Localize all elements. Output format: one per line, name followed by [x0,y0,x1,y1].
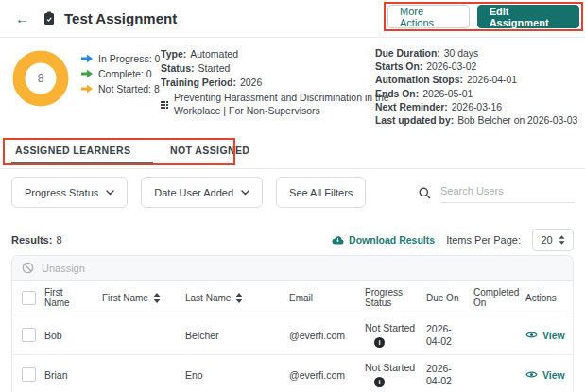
table-row: Bob Belcher @everfi.com Not Started i 20… [12,315,573,354]
search-users-input[interactable] [440,182,575,203]
detail-ends-on: Ends On:2026-05-01 [375,88,577,101]
download-results-link[interactable]: Download Results [332,234,435,246]
cell-due-on: 2026- 04-02 [426,323,466,348]
row-checkbox[interactable] [22,367,36,382]
tab-assigned-learners[interactable]: ASSIGNED LEARNERS [15,145,130,156]
legend-item-complete: Complete: 0 [81,68,160,79]
column-header-progress-status: Progress Status [365,287,408,309]
items-per-page-label: Items Per Page: [446,234,521,246]
cell-progress-status: Not Started i [365,362,426,387]
table-header-row: First Name First Name Last Name Email Pr… [12,281,573,315]
detail-training-period: Training Period:2026 [161,76,262,90]
edit-assignment-button[interactable]: Edit Assignment [477,5,579,28]
results-bar: Results: 8 Download Results Items Per Pa… [11,229,574,251]
more-actions-button[interactable]: More Actions [387,5,470,28]
legend-label: In Progress: 0 [98,53,160,64]
items-per-page-select[interactable]: 20 [532,229,574,251]
donut-total-label: 8 [38,72,44,85]
cell-due-on: 2026- 04-02 [426,363,466,387]
view-link[interactable]: View [525,369,565,381]
column-header-first-name: First Name [102,293,148,303]
table-body: Bob Belcher @everfi.com Not Started i 20… [12,315,573,392]
assignment-clipboard-icon [43,11,55,26]
sort-icon[interactable] [153,293,161,303]
filter-bar: Progress Status Date User Added See All … [11,177,366,208]
legend-label: Not Started: 8 [98,83,160,94]
table-row: Brian Eno @everfi.com Not Started i 2026… [12,354,573,392]
course-row: Preventing Harassment and Discrimination… [161,92,392,117]
detail-last-updated: Last updated by:Bob Belcher on 2026-03-0… [375,114,577,128]
stepper-icon [559,235,565,245]
back-arrow-icon[interactable]: ← [15,10,29,26]
arrow-icon [81,69,93,78]
learners-tab-bar: ASSIGNED LEARNERS NOT ASSIGNED [0,137,585,169]
chevron-down-icon [241,190,249,196]
tab-not-assigned[interactable]: NOT ASSIGNED [170,145,249,156]
cell-last-name: Belcher [185,330,289,341]
cell-email: @everfi.com [289,330,365,341]
column-header-completed-on: Completed On [473,287,517,309]
results-count: 8 [56,234,61,246]
column-header-due-on: Due On [426,293,458,303]
view-link[interactable]: View [525,330,565,341]
search-users [419,182,575,203]
arrow-icon [81,84,93,94]
legend-item-not-started: Not Started: 8 [81,83,160,94]
select-all-checkbox[interactable] [22,291,36,305]
sort-icon[interactable] [235,293,243,303]
column-header-actions: Actions [525,293,557,303]
progress-legend: In Progress: 0 Complete: 0 Not Started: … [81,53,160,94]
assigned-learners-table: Unassign First Name First Name Last Name… [11,255,574,392]
date-user-added-filter[interactable]: Date User Added [141,177,263,208]
progress-donut-chart: 8 [11,49,70,108]
detail-automation-stops: Automation Stops:2026-04-01 [375,74,577,87]
legend-label: Complete: 0 [98,68,152,79]
cell-email: @everfi.com [289,369,365,381]
search-icon [419,187,431,199]
cell-first-name: Brian [44,369,68,381]
legend-item-in-progress: In Progress: 0 [81,53,160,64]
unassign-button[interactable]: Unassign [42,263,85,274]
assignment-detail-page: ← Test Assignment More Actions Edit Assi… [0,0,585,392]
assignment-details-right: Due Duration:30 days Starts On:2026-03-0… [375,47,577,128]
assignment-details-left: Type:Automated Status:Started Training P… [161,47,262,90]
eye-icon [525,331,538,339]
cell-progress-status: Not Started i [365,322,426,348]
chevron-down-icon [106,190,114,196]
column-header-first-name-fixed: First Name [44,287,88,309]
course-grid-icon [161,101,168,109]
cloud-download-icon [332,235,344,246]
row-checkbox[interactable] [22,328,36,342]
info-icon[interactable]: i [374,337,385,348]
course-name: Preventing Harassment and Discrimination… [174,92,392,117]
cell-first-name: Bob [44,330,62,341]
page-title: Test Assignment [64,10,177,26]
column-header-last-name: Last Name [185,293,231,303]
arrow-icon [81,54,93,63]
header-actions: More Actions Edit Assignment [384,2,583,31]
detail-type: Type:Automated [161,47,262,61]
detail-due-duration: Due Duration:30 days [375,47,577,60]
progress-status-filter[interactable]: Progress Status [11,177,128,208]
ban-icon [22,262,34,274]
info-icon[interactable]: i [374,377,385,387]
column-header-email: Email [289,293,313,303]
detail-next-reminder: Next Reminder:2026-03-16 [375,101,577,114]
unassign-action-bar: Unassign [12,256,573,281]
detail-starts-on: Starts On:2026-03-02 [375,60,577,74]
assignment-summary: 8 In Progress: 0 Complete: 0 Not Started… [0,39,585,137]
cell-last-name: Eno [185,369,289,381]
results-label: Results: [11,234,52,246]
see-all-filters-button[interactable]: See All Filters [276,177,366,208]
active-tab-underline [11,162,153,165]
detail-status: Status:Started [161,61,262,76]
eye-icon [525,370,538,379]
